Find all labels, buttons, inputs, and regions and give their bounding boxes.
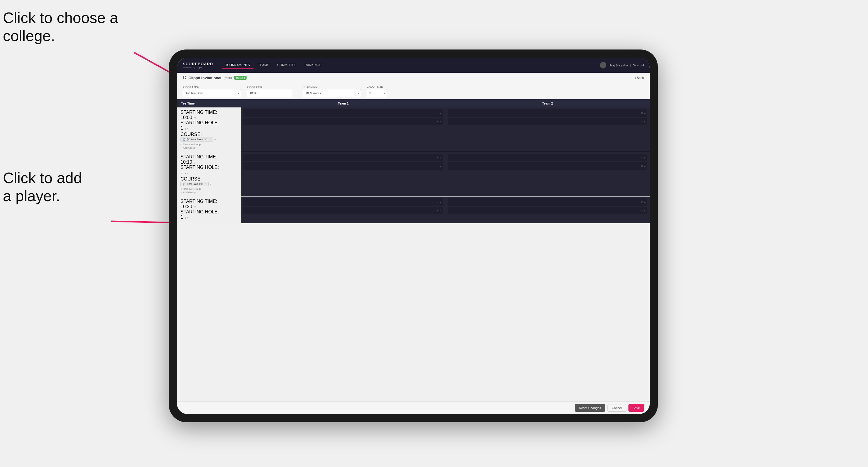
group1-actions: ○ Remove Group + Add Group	[181, 143, 237, 149]
course-tag-1[interactable]: 🏌 (A) Peachtree GC ✕	[181, 137, 213, 142]
player-slot-3-2[interactable]: ✕ ▸	[243, 207, 443, 214]
remove-group-1[interactable]: ○ Remove Group	[181, 143, 237, 146]
col-team1: Team 1	[241, 99, 445, 107]
user-email: blair@clippd.io	[609, 64, 628, 67]
remove-course-1[interactable]: ✕	[209, 138, 211, 141]
ann1-line2: college.	[3, 27, 55, 44]
slot-x-icon[interactable]: ✕	[641, 209, 643, 212]
slot-arrow-icon[interactable]: ▸	[644, 209, 646, 212]
tablet-frame: SCOREBOARD Powered by clippd TOURNAMENTS…	[169, 50, 658, 422]
player-slot-2-4[interactable]: ✕ ▸	[448, 162, 647, 170]
slot-x-icon[interactable]: ✕	[641, 164, 643, 168]
player-slot-1-2[interactable]: ✕ ▸	[243, 118, 443, 125]
starting-hole-label-2: STARTING HOLE:	[181, 165, 237, 170]
start-time-icon: ⏱	[293, 91, 297, 95]
intervals-select[interactable]: 10 Minutes	[303, 89, 361, 97]
back-button[interactable]: ‹ Back	[635, 76, 644, 80]
scoreboard-logo: SCOREBOARD Powered by clippd	[183, 62, 213, 69]
intervals-label: Intervals	[303, 85, 361, 88]
slot-x-icon[interactable]: ✕	[436, 156, 439, 159]
slot-arrow-icon[interactable]: ▸	[644, 156, 646, 159]
slot-x-icon[interactable]: ✕	[436, 164, 439, 168]
slot-arrow-icon[interactable]: ▸	[440, 164, 441, 168]
time-icon-1: ⏱	[193, 117, 196, 120]
slot-x-icon[interactable]: ✕	[436, 112, 439, 115]
time-icon-2: ⏱	[193, 161, 196, 164]
nav-tournaments[interactable]: TOURNAMENTS	[222, 61, 253, 69]
slot-x-icon[interactable]: ✕	[436, 209, 439, 212]
group3-team2: ✕ ▸ ✕ ▸	[445, 196, 650, 223]
player-slot-2-3[interactable]: ✕ ▸	[448, 154, 647, 161]
slot-x-icon[interactable]: ✕	[641, 200, 643, 204]
remove-course-2[interactable]: ✕	[204, 183, 207, 185]
slot-arrow-icon[interactable]: ▸	[440, 200, 441, 204]
starting-hole-input-3[interactable]: 1 ▲▼	[181, 215, 237, 220]
nav-committee[interactable]: COMMITTEE	[274, 61, 300, 69]
slot-x-icon[interactable]: ✕	[641, 156, 643, 159]
player-slot-2-2[interactable]: ✕ ▸	[243, 162, 443, 170]
course-arrow-2[interactable]: ▸	[210, 183, 211, 185]
controls-row: Start Type 1st Tee Start Start Time ⏱ In…	[177, 83, 650, 99]
slot-arrow-icon[interactable]: ▸	[644, 200, 646, 204]
player-slot-3-1[interactable]: ✕ ▸	[243, 198, 443, 206]
player-slot-1-3[interactable]: ✕ ▸	[448, 109, 647, 117]
time-icon-3: ⏱	[193, 206, 196, 209]
course-tag-2[interactable]: 🏌 East Lake GC ✕	[181, 182, 209, 186]
group1-left: STARTING TIME: 10:00 ⏱ STARTING HOLE: 1 …	[177, 107, 241, 152]
slot-arrow-icon[interactable]: ▸	[440, 120, 441, 123]
player-slot-3-4[interactable]: ✕ ▸	[448, 207, 647, 214]
intervals-group: Intervals 10 Minutes	[303, 85, 361, 97]
slot-arrow-icon[interactable]: ▸	[644, 164, 646, 168]
save-button[interactable]: Save	[628, 404, 644, 412]
nav-links: TOURNAMENTS TEAMS COMMITTEE RANKINGS	[222, 61, 600, 69]
ann2-line2: a player.	[3, 187, 60, 205]
starting-time-input-3[interactable]: 10:20 ⏱	[181, 204, 237, 209]
start-time-group: Start Time ⏱	[247, 85, 297, 97]
slot-x-icon[interactable]: ✕	[641, 112, 643, 115]
slot-x-icon[interactable]: ✕	[641, 120, 643, 123]
add-group-2[interactable]: + Add Group	[181, 191, 237, 194]
player-slot-1-1[interactable]: ✕ ▸	[243, 109, 443, 117]
group-size-select[interactable]: 3	[367, 89, 387, 97]
hole-arrows-2: ▲▼	[184, 172, 189, 175]
tablet-screen: SCOREBOARD Powered by clippd TOURNAMENTS…	[177, 58, 650, 414]
add-group-1[interactable]: + Add Group	[181, 147, 237, 149]
hole-arrows-1: ▲▼	[184, 127, 189, 130]
gender-label: (Men)	[223, 76, 232, 80]
player-slot-2-1[interactable]: ✕ ▸	[243, 154, 443, 161]
starting-hole-input-1[interactable]: 1 ▲▼	[181, 125, 237, 131]
avatar	[600, 62, 606, 68]
starting-hole-label-3: STARTING HOLE:	[181, 209, 237, 215]
remove-group-2[interactable]: ○ Remove Group	[181, 187, 237, 190]
nav-rankings[interactable]: RANKINGS	[301, 61, 325, 69]
slot-arrow-icon[interactable]: ▸	[440, 209, 441, 212]
slot-x-icon[interactable]: ✕	[436, 120, 439, 123]
group2-team1: ✕ ▸ ✕ ▸	[241, 152, 445, 196]
hosting-badge: Hosting	[234, 76, 247, 80]
starting-hole-input-2[interactable]: 1 ▲▼	[181, 170, 237, 175]
cancel-button[interactable]: Cancel	[608, 404, 626, 412]
table-row: STARTING TIME: 10:10 ⏱ STARTING HOLE: 1 …	[177, 152, 650, 196]
nav-teams[interactable]: TEAMS	[255, 61, 273, 69]
logo-text: SCOREBOARD	[183, 62, 213, 66]
annotation-add-player: Click to add a player.	[3, 169, 82, 205]
ann1-line1: Click to choose a	[3, 9, 118, 26]
starting-time-input-1[interactable]: 10:00 ⏱	[181, 115, 237, 120]
group3-left: STARTING TIME: 10:20 ⏱ STARTING HOLE: 1 …	[177, 196, 241, 223]
start-time-label: Start Time	[247, 85, 297, 88]
sign-out-link[interactable]: Sign out	[633, 64, 644, 67]
slot-x-icon[interactable]: ✕	[436, 200, 439, 204]
reset-button[interactable]: Reset Changes	[575, 404, 605, 412]
group-size-group: Group Size 3	[367, 85, 387, 97]
player-slot-3-3[interactable]: ✕ ▸	[448, 198, 647, 206]
start-time-input[interactable]	[247, 89, 292, 97]
slot-arrow-icon[interactable]: ▸	[644, 120, 646, 123]
slot-arrow-icon[interactable]: ▸	[440, 112, 441, 115]
starting-time-input-2[interactable]: 10:10 ⏱	[181, 160, 237, 165]
slot-arrow-icon[interactable]: ▸	[440, 156, 441, 159]
clippd-logo: C	[183, 75, 186, 80]
slot-arrow-icon[interactable]: ▸	[644, 112, 646, 115]
course-arrow-1[interactable]: ▸	[215, 138, 216, 141]
player-slot-1-4[interactable]: ✕ ▸	[448, 118, 647, 125]
start-type-select[interactable]: 1st Tee Start	[183, 89, 241, 97]
